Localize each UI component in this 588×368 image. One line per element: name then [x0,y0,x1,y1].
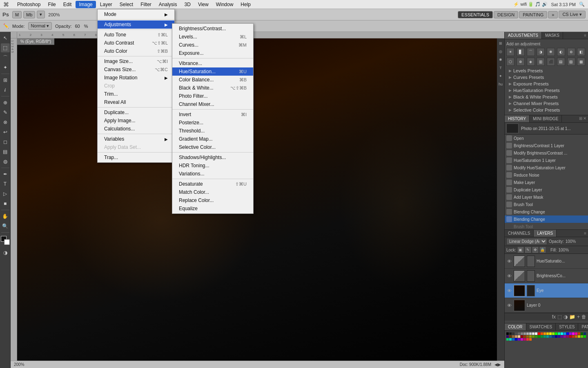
color-swatch[interactable] [581,335,583,338]
layer-group-btn[interactable]: 📁 [569,314,575,320]
tool-dodge[interactable]: ◍ [1,157,10,166]
menu-edit[interactable]: Edit [60,1,75,8]
adj-poster-icon[interactable]: ▥ [537,58,545,66]
tool-zoom[interactable]: 🔍 [1,222,10,231]
menu-crop[interactable]: Crop [98,82,174,90]
color-swatch[interactable] [526,338,529,341]
preset-selective-col[interactable]: ▶ Selective Color Presets [506,107,586,113]
tool-clone[interactable]: ⊗ [1,118,10,127]
lock-all-btn[interactable]: 🔒 [540,247,546,253]
mini-icon-3[interactable]: ✱ [497,56,504,63]
mini-icon-1[interactable]: ⊞ [497,40,504,47]
color-swatch[interactable] [535,335,537,338]
adj-exposure[interactable]: Exposure... [172,49,253,57]
adj-vibrance-icon[interactable]: ❋ [547,48,555,56]
history-item-8[interactable]: Add Layer Mask [505,193,588,201]
color-swatch[interactable] [584,332,586,335]
layer-fx-btn[interactable]: fx [552,314,556,320]
history-panel-collapse[interactable]: ✕ [583,116,586,121]
color-swatch[interactable] [541,335,543,338]
tab-channels[interactable]: CHANNELS [505,230,534,237]
adj-brightness-contrast[interactable]: Brightness/Contrast... [172,25,253,33]
blend-mode-select[interactable]: Linear Dodge (Add) [506,238,547,245]
color-swatch[interactable] [526,332,529,335]
color-swatch[interactable] [549,332,552,335]
color-swatch[interactable] [552,332,555,335]
color-swatch[interactable] [518,338,520,341]
color-swatch[interactable] [532,335,535,338]
tab-styles[interactable]: STYLES [556,323,578,330]
menu-help[interactable]: Help [237,1,254,8]
color-swatch[interactable] [529,332,532,335]
cs-live-button[interactable]: CS Live ▾ [559,11,586,18]
color-swatch[interactable] [506,332,509,335]
preset-exposure[interactable]: ▶ Exposure Presets [506,81,586,87]
color-swatch[interactable] [546,335,549,338]
adj-levels-icon[interactable]: ▊ [517,48,525,56]
color-swatch[interactable] [546,332,549,335]
history-item-3[interactable]: Hue/Saturation 1 Layer [505,157,588,164]
tab-essentials[interactable]: ESSENTIALS [458,11,493,18]
tool-move[interactable]: ↖ [1,34,10,43]
color-swatch[interactable] [555,332,557,335]
color-swatch[interactable] [506,338,509,341]
color-swatch[interactable] [581,332,583,335]
color-swatch[interactable] [538,335,540,338]
color-swatch[interactable] [523,335,526,338]
mini-icon-2[interactable]: ◎ [497,48,504,55]
menu-filter[interactable]: Filter [137,1,155,8]
tool-eyedropper[interactable]: 𝒊 [1,85,10,94]
preset-levels[interactable]: ▶ Levels Presets [506,67,586,74]
adj-channel-mixer[interactable]: Channel Mixer... [172,100,253,108]
adjustments-panel-menu[interactable]: ≡ [582,32,588,39]
layer-mask-btn[interactable]: ⬚ [557,314,562,320]
color-swatch[interactable] [506,335,509,338]
background-color[interactable] [4,239,10,245]
tab-design[interactable]: DESIGN [494,11,518,18]
preset-curves[interactable]: ▶ Curves Presets [506,74,586,81]
color-swatch[interactable] [535,332,537,335]
adj-hue-saturation[interactable]: Hue/Saturation... ⌘U [172,67,253,76]
color-swatch[interactable] [529,335,532,338]
menu-photoshop[interactable]: Photoshop [14,1,44,8]
color-swatch[interactable] [572,335,575,338]
adj-threshold-icon[interactable]: ⬛ [547,58,555,66]
tab-history[interactable]: HISTORY [505,115,530,122]
tab-more[interactable]: » [548,11,558,18]
layer-new-btn[interactable]: + [577,314,580,320]
color-swatch[interactable] [541,332,543,335]
canvas-area[interactable]: % (Eye, RGB/8*) [17,38,497,368]
menu-variables[interactable]: Variables ▶ [98,135,174,143]
menu-image-mode[interactable]: Mode ▶ [98,10,174,18]
adj-photo-filter-icon[interactable]: ⬡ [506,58,514,66]
color-swatch[interactable] [538,332,540,335]
color-swatch[interactable] [578,335,580,338]
menu-search-icon[interactable]: 🔍 [579,2,585,7]
color-swatch[interactable] [529,338,532,341]
tool-eraser[interactable]: ◻ [1,137,10,146]
menu-trim[interactable]: Trim... [98,90,174,98]
tool-gradient[interactable]: ▤ [1,147,10,156]
color-swatch[interactable] [515,332,517,335]
tab-adjustments[interactable]: ADJUSTMENTS [505,32,542,39]
color-swatch[interactable] [572,332,575,335]
tool-lasso[interactable]: ⌒ [1,53,10,62]
tool-shape[interactable]: ■ [1,199,10,208]
menu-auto-tone[interactable]: Auto Tone ⇧⌘L [98,31,174,39]
color-swatch[interactable] [515,338,517,341]
lock-paint-btn[interactable]: ✎ [525,247,531,253]
color-swatch[interactable] [552,335,555,338]
adj-black-white[interactable]: Black & White... ⌥⇧⌘B [172,84,253,92]
tool-pen[interactable]: ✒ [1,170,10,179]
adj-extra-icon[interactable]: ▩ [577,58,585,66]
adj-invert[interactable]: Invert ⌘I [172,110,253,119]
layer-vis-3[interactable]: 👁 [506,303,512,308]
tab-swatches[interactable]: SWATCHES [526,323,556,330]
adj-vibrance[interactable]: Vibrance... [172,59,253,67]
history-item-1[interactable]: Brightness/Contrast 1 Layer [505,142,588,149]
adj-photo-filter[interactable]: Photo Filter... [172,92,253,100]
tool-crop[interactable]: ⊞ [1,76,10,85]
menu-view[interactable]: View [195,1,212,8]
menu-image-adjustments[interactable]: Adjustments ▶ [98,20,174,29]
lock-move-btn[interactable]: ✥ [532,247,538,253]
